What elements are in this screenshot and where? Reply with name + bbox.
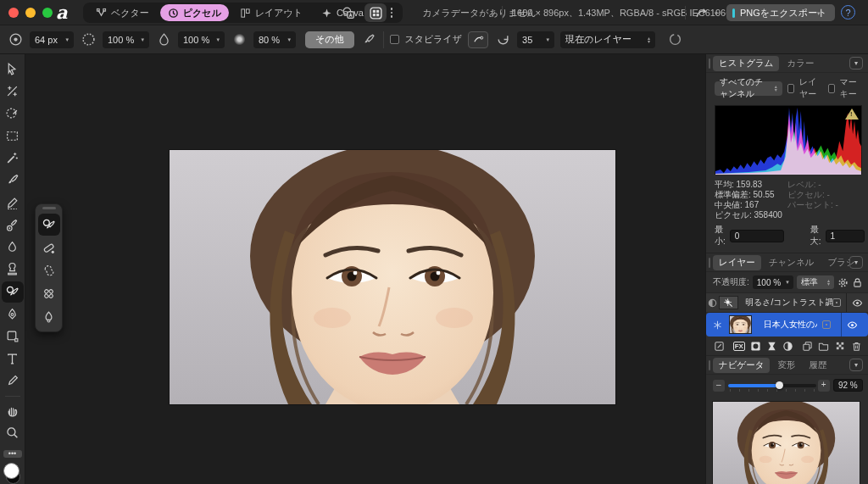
tab-color[interactable]: カラー bbox=[781, 56, 820, 71]
healing-brush-tool[interactable] bbox=[2, 281, 24, 303]
marquee-checkbox[interactable] bbox=[828, 84, 835, 93]
zoom-slider[interactable] bbox=[728, 380, 815, 392]
brush-hardness-select[interactable]: 80 %▾ bbox=[253, 31, 296, 48]
group-layers-button[interactable] bbox=[817, 339, 830, 353]
layer-visibility-toggle[interactable] bbox=[846, 293, 868, 312]
tab-transform[interactable]: 変形 bbox=[771, 358, 801, 373]
lock-icon[interactable] bbox=[852, 277, 863, 288]
adjustment-layer-thumbnail[interactable] bbox=[719, 296, 738, 309]
color-well[interactable] bbox=[3, 463, 23, 484]
panel-collapse-button[interactable]: ▾ bbox=[849, 256, 863, 269]
photo-layer-thumbnail[interactable] bbox=[729, 315, 752, 334]
tab-histogram[interactable]: ヒストグラム bbox=[713, 56, 779, 71]
crop-tool[interactable] bbox=[2, 81, 24, 102]
auto-assistant-button[interactable] bbox=[337, 3, 359, 22]
new-layer-button[interactable] bbox=[834, 339, 847, 353]
panel-grip[interactable] bbox=[709, 58, 710, 69]
zoom-tool[interactable] bbox=[2, 422, 24, 443]
zoom-slider-handle[interactable] bbox=[776, 381, 783, 389]
more-tools-button[interactable]: ••• bbox=[3, 450, 22, 459]
layer-link-indicator[interactable] bbox=[711, 320, 724, 331]
zoom-out-button[interactable]: – bbox=[713, 380, 725, 392]
move-tool[interactable] bbox=[2, 58, 24, 80]
target-layer-select[interactable]: 現在のレイヤー ▴▾ bbox=[560, 31, 655, 48]
tab-history[interactable]: 履歴 bbox=[803, 358, 832, 373]
max-input[interactable] bbox=[826, 230, 865, 242]
studio-presets-button[interactable] bbox=[364, 3, 387, 22]
layer-badge[interactable] bbox=[832, 298, 841, 307]
persona-overflow-menu[interactable] bbox=[386, 8, 398, 18]
marquee-tool[interactable] bbox=[2, 125, 24, 147]
delete-layer-button[interactable] bbox=[850, 339, 863, 353]
live-filter-button[interactable] bbox=[782, 339, 794, 353]
panel-collapse-button[interactable]: ▾ bbox=[849, 359, 863, 371]
selection-brush-tool[interactable] bbox=[2, 103, 24, 125]
flyout-inpainting-brush-tool[interactable] bbox=[38, 282, 60, 304]
view-pan-tool[interactable] bbox=[2, 400, 24, 421]
zoom-window-button[interactable] bbox=[42, 8, 53, 18]
stabilizer-amount-select[interactable]: 35▾ bbox=[517, 31, 554, 48]
adjustment-layer-button[interactable] bbox=[765, 339, 778, 353]
primary-color-swatch[interactable] bbox=[3, 463, 19, 479]
zoom-value[interactable]: 92 % bbox=[833, 379, 863, 392]
brush-opacity-select[interactable]: 100 %▾ bbox=[103, 31, 149, 48]
color-picker-tool[interactable] bbox=[2, 370, 24, 392]
stabilizer-checkbox[interactable] bbox=[390, 35, 399, 44]
window-stabilizer-button[interactable] bbox=[494, 31, 511, 48]
canvas-viewport[interactable] bbox=[25, 54, 705, 484]
panel-grip[interactable] bbox=[709, 360, 710, 370]
minimize-window-button[interactable] bbox=[25, 8, 36, 18]
rope-stabilizer-button[interactable] bbox=[468, 31, 488, 48]
brush-flow-select[interactable]: 100 %▾ bbox=[178, 31, 225, 48]
share-button[interactable] bbox=[690, 3, 712, 22]
flyout-patch-tool[interactable] bbox=[38, 259, 60, 281]
brush-width-select[interactable]: 64 px▾ bbox=[30, 31, 74, 48]
reset-rotation-button[interactable] bbox=[666, 31, 683, 48]
document-image[interactable] bbox=[170, 150, 615, 404]
persona-vector[interactable]: ベクター bbox=[88, 4, 157, 21]
flyout-healing-brush-tool[interactable] bbox=[38, 214, 60, 236]
color-replacement-brush-tool[interactable] bbox=[2, 214, 24, 236]
tab-stock[interactable]: ストック bbox=[863, 255, 868, 270]
layer-select-toggle[interactable] bbox=[706, 298, 719, 309]
clone-stamp-tool[interactable] bbox=[2, 259, 24, 281]
channel-select[interactable]: すべてのチャンネル ▴▾ bbox=[715, 81, 782, 96]
flyout-blemish-removal-tool[interactable] bbox=[38, 236, 60, 259]
more-button[interactable]: その他 bbox=[305, 31, 354, 48]
flyout-drag-handle[interactable] bbox=[42, 207, 56, 209]
panel-grip[interactable] bbox=[709, 258, 710, 268]
layer-row-photo[interactable]: 日本人女性のバストアップ… bbox=[706, 313, 868, 337]
navigator-thumbnail[interactable] bbox=[713, 402, 860, 484]
tab-navigator[interactable]: ナビゲータ bbox=[713, 358, 770, 373]
duplicate-layer-button[interactable] bbox=[801, 339, 814, 353]
layer-checkbox[interactable] bbox=[787, 84, 794, 93]
persona-pixel[interactable]: ピクセル bbox=[160, 4, 229, 21]
tab-channels[interactable]: チャンネル bbox=[763, 255, 821, 270]
export-dropdown-arrow[interactable]: ▾ bbox=[817, 10, 821, 17]
flyout-red-eye-removal-tool[interactable] bbox=[38, 305, 60, 327]
layer-row-adjustment[interactable]: 明るさ/コントラスト調整 bbox=[706, 293, 868, 313]
pen-tool[interactable] bbox=[2, 303, 24, 325]
help-button[interactable]: ? bbox=[841, 5, 855, 19]
text-tool[interactable] bbox=[2, 348, 24, 370]
min-input[interactable] bbox=[730, 230, 784, 242]
flood-select-tool[interactable] bbox=[2, 147, 24, 169]
shape-tool[interactable] bbox=[2, 325, 24, 347]
mask-layer-button[interactable] bbox=[748, 339, 761, 353]
blend-mode-select[interactable]: 標準▴▾ bbox=[797, 275, 834, 289]
layer-visibility-toggle[interactable] bbox=[841, 313, 863, 337]
blend-options-gear-icon[interactable] bbox=[837, 277, 849, 288]
layer-opacity-select[interactable]: 100 %▾ bbox=[753, 275, 793, 289]
fill-tool[interactable] bbox=[2, 236, 24, 258]
tab-layers[interactable]: レイヤー bbox=[713, 255, 761, 270]
close-window-button[interactable] bbox=[8, 8, 19, 18]
zoom-in-button[interactable]: + bbox=[818, 380, 830, 392]
layer-badge[interactable] bbox=[822, 320, 831, 329]
share-dropdown-arrow[interactable]: ▾ bbox=[715, 10, 718, 17]
panel-collapse-button[interactable]: ▾ bbox=[849, 57, 863, 70]
layer-effects-button[interactable]: FX bbox=[732, 339, 745, 353]
edit-mask-button[interactable] bbox=[713, 339, 726, 353]
paint-brush-tool[interactable] bbox=[2, 170, 24, 191]
pixel-tool[interactable] bbox=[2, 192, 24, 214]
persona-layout[interactable]: レイアウト bbox=[232, 4, 310, 21]
